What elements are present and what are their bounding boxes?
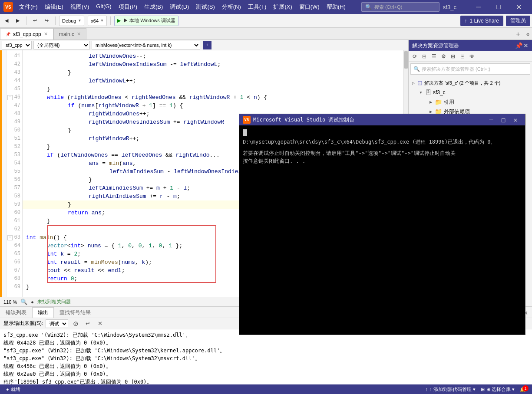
manage-button[interactable]: 管理员 [506, 16, 530, 26]
toolbar-separator-1 [26, 16, 26, 25]
menu-extensions[interactable]: 扩展(X) [270, 1, 295, 13]
close-button[interactable]: ✕ [509, 0, 529, 14]
menu-project[interactable]: 项目(P) [115, 1, 141, 13]
upload-icon: ↑ [426, 387, 428, 392]
debug-mode-label: Debug [62, 18, 76, 23]
symbol-scope-dropdown[interactable]: (全局范围) [33, 41, 90, 49]
menu-help[interactable]: 帮助(H) [323, 1, 349, 13]
function-scope-dropdown[interactable]: minMoves(vector<int>& nums, int k) [92, 41, 200, 49]
menu-build[interactable]: 生成(B) [141, 1, 166, 13]
close-console-button[interactable]: ✕ [509, 114, 522, 125]
code-line-43: } [23, 69, 403, 77]
output-content[interactable]: sf3_cpp.exe '(Win32): 已加载 'C:\Windows\Sy… [0, 329, 532, 384]
source-control-button[interactable]: ↑ ↑ 添加到源代码管理 ▾ [423, 384, 478, 394]
settings-icon[interactable]: ⚙ [439, 52, 448, 61]
file-scope-dropdown[interactable]: sf3_cpp [2, 41, 32, 49]
minimize-console-button[interactable]: ─ [485, 114, 497, 125]
output-line-3: "sf3_cpp.exe" (Win32): 已加载 'C:\Windows\S… [3, 347, 529, 355]
library-selector-button[interactable]: ⊞ ⊞ 选择合库 ▾ [478, 384, 517, 394]
menu-edit[interactable]: 编辑(E) [41, 1, 67, 13]
tab-main-c[interactable]: main.c ✕ [53, 28, 86, 39]
live-share-button[interactable]: ↑ 1 Live Share [460, 16, 503, 26]
ln-41: 41 [9, 52, 20, 60]
tab-output[interactable]: 输出 [32, 307, 54, 318]
close-tab-icon[interactable]: ✕ [77, 31, 81, 37]
menu-analyze[interactable]: 分析(N) [218, 1, 245, 13]
window-controls: ─ □ ✕ [469, 0, 529, 14]
pin-icon: 📌 [6, 32, 10, 36]
debug-console-title: Microsoft Visual Studio 调试控制台 [253, 116, 354, 124]
solution-icon: ⊡ [417, 79, 423, 86]
folder-references[interactable]: ▶ 📁 引用 [409, 97, 532, 107]
maximize-console-button[interactable]: □ [497, 114, 509, 125]
redo-button[interactable]: ↪ [42, 16, 52, 26]
project-sf3c[interactable]: ▼ 🗄 sf3_c [409, 88, 532, 97]
close-icon[interactable]: ✕ [523, 42, 529, 49]
search-placeholder: 搜索 (Ctrl+Q) [374, 4, 402, 10]
platform-label: x64 [91, 18, 99, 23]
minimize-button[interactable]: ─ [469, 0, 489, 14]
solution-root[interactable]: ▷ ⊡ 解决方案 'sf3_c' (2 个项目，共 2 个) [409, 78, 532, 88]
add-scope-button[interactable]: + [203, 41, 211, 49]
code-line-47: if (nums[rightWindowR + 1] == 1) { [23, 102, 403, 110]
platform-dropdown[interactable]: x64 ▼ [88, 16, 107, 26]
undo-button[interactable]: ↩ [30, 16, 40, 26]
run-button[interactable]: ▶ ▶ 本地 Windows 调试器 [114, 16, 178, 26]
collapse-btn-46[interactable]: − [7, 95, 13, 100]
source-control-label: ↑ 添加到源代码管理 ▾ [430, 386, 476, 393]
zoom-icon[interactable]: 🔍 [20, 299, 27, 305]
hint-message-2: 按任意键关闭此窗口. . . [243, 157, 522, 165]
maximize-button[interactable]: □ [489, 0, 509, 14]
output-source-dropdown[interactable]: 调试 [46, 319, 68, 328]
expand-icon[interactable]: ⊞ [449, 52, 457, 61]
view-icon[interactable]: 👁 [468, 52, 476, 61]
breakpoint-bar [0, 50, 2, 297]
toolbar-separator-2 [55, 16, 56, 25]
debug-mode-dropdown[interactable]: Debug ▼ [59, 16, 84, 26]
word-wrap-icon[interactable]: ↵ [83, 319, 93, 328]
toolbar-right: ↑ 1 Live Share 管理员 [460, 16, 530, 26]
ln-48: 48 [9, 110, 20, 118]
clear-output-icon[interactable]: ⊘ [71, 319, 80, 328]
menu-git[interactable]: Git(G) [93, 1, 115, 13]
exit-message: D:\mysetup\gopath\src\dsy\sf3_c\x64\Debu… [243, 138, 522, 146]
gear-button[interactable]: ⚙ [523, 29, 532, 39]
project-icon: 🗄 [425, 89, 431, 96]
ln-59: 59 [9, 200, 20, 209]
forward-button[interactable]: ▶ [13, 16, 23, 26]
menu-tools[interactable]: 工具(T) [245, 1, 270, 13]
back-button[interactable]: ◀ [2, 16, 11, 26]
code-line-42: leftWindowOnesIndiesSum -= leftWindowL; [23, 60, 403, 69]
notification-button[interactable]: 🔔 1 [517, 384, 529, 394]
tab-sf3-cpp[interactable]: 📌 sf3_cpp.cpp ✕ [0, 28, 53, 39]
pin-icon[interactable]: 📌 [515, 42, 522, 49]
tab-find-results[interactable]: 查找符号结果 [54, 307, 96, 318]
close-output-icon[interactable]: ✕ [95, 319, 105, 328]
cursor-indicator [243, 129, 522, 137]
scrollbar-thumb[interactable] [404, 51, 408, 69]
menu-window[interactable]: 窗口(W) [296, 1, 323, 13]
collapse-all-icon[interactable]: ⊟ [458, 52, 467, 61]
sync-icon[interactable]: ⟳ [410, 52, 419, 61]
se-search-bar[interactable]: 🔍 搜索解决方案资源管理器 (Ctrl+;) [410, 63, 530, 75]
global-search[interactable]: 🔍 搜索 (Ctrl+Q) [361, 2, 439, 12]
menu-file[interactable]: 文件(F) [16, 1, 41, 13]
search-icon: 🔍 [413, 66, 420, 72]
tab-error-list[interactable]: 错误列表 [0, 307, 32, 318]
title-bar: VS 文件(F) 编辑(E) 视图(V) Git(G) 项目(P) 生成(B) … [0, 0, 532, 14]
output-line-5: 线程 0x456c 已退出，返回值为 0 (0x0)。 [3, 362, 529, 370]
new-tab-button[interactable]: + [513, 29, 523, 39]
expand-arrow-icon: ▶ [430, 100, 432, 104]
notification-badge: 1 [522, 385, 529, 391]
menu-test[interactable]: 测试(S) [192, 1, 218, 13]
expand-arrow-icon: ▼ [419, 91, 423, 95]
new-solution-icon[interactable]: ☰ [430, 52, 438, 61]
close-tab-icon[interactable]: ✕ [44, 31, 48, 37]
menu-debug[interactable]: 调试(D) [166, 1, 192, 13]
menu-view[interactable]: 视图(V) [67, 1, 93, 13]
ln-54: 54 [9, 159, 20, 167]
ln-49: 49 [9, 118, 20, 126]
collapse-btn-63[interactable]: − [7, 235, 13, 240]
status-ready[interactable]: ● 就绪 [3, 384, 23, 394]
filter-icon[interactable]: ⊟ [420, 52, 429, 61]
